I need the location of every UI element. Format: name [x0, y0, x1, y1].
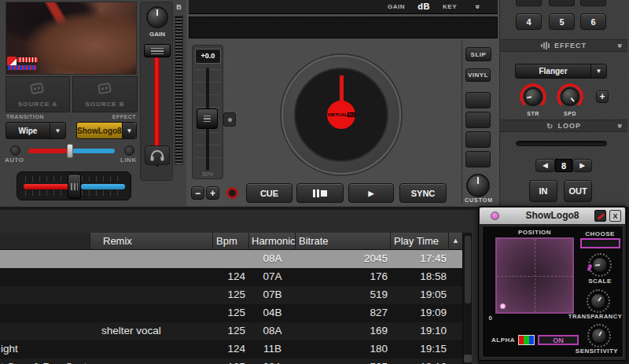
video-fade-track-right[interactable]	[70, 149, 115, 153]
play-button[interactable]: ▶	[348, 183, 394, 203]
column-header-playtime[interactable]: Play Time	[391, 233, 449, 249]
scrollbar-thumb[interactable]	[465, 236, 471, 303]
cell-bitrate: 176	[296, 268, 391, 286]
video-preview	[6, 2, 137, 75]
headphone-cue-button[interactable]	[145, 145, 170, 165]
track-row[interactable]: ight 124 11B 180 19:15	[0, 340, 462, 358]
track-row-selected[interactable]: 08A 2045 17:45	[0, 250, 462, 268]
loop-out-button[interactable]: OUT	[564, 180, 592, 202]
mixer-column: GAIN	[140, 2, 173, 181]
scale-knob[interactable]	[588, 253, 612, 277]
transparency-knob[interactable]	[587, 289, 610, 313]
pitch-reset-button[interactable]	[223, 112, 236, 127]
add-effect-button[interactable]: +	[596, 90, 609, 103]
column-header-bpm[interactable]: Bpm	[213, 233, 249, 249]
pad-button-partial[interactable]	[549, 0, 575, 6]
chevron-down-icon[interactable]: ▼	[50, 123, 65, 138]
choose-logo-box[interactable]	[580, 238, 620, 248]
pad-button-blank-2[interactable]	[465, 112, 491, 128]
video-fade-track-left[interactable]	[28, 149, 70, 153]
pad-button-6[interactable]: 6	[580, 13, 606, 30]
sensitivity-knob[interactable]	[587, 324, 611, 347]
zoom-minus-button[interactable]: −	[191, 186, 204, 200]
level-meter	[175, 16, 183, 165]
key-readout-label: KEY	[443, 3, 457, 10]
effect-wave-icon	[541, 42, 550, 50]
slip-button[interactable]: SLIP	[465, 47, 491, 61]
chevron-down-icon[interactable]: ▼	[590, 64, 606, 78]
track-row[interactable]: 125 04B 827 19:09	[0, 304, 462, 322]
alpha-rgb-swatch[interactable]	[518, 335, 535, 345]
position-dot[interactable]	[500, 303, 506, 309]
custom-knob[interactable]	[466, 174, 490, 197]
source-b-button[interactable]: SOURCE B	[72, 76, 138, 112]
loop-position-bar[interactable]	[516, 141, 607, 146]
collapse-chevron-icon[interactable]: »	[616, 43, 624, 49]
effect-speed-knob[interactable]	[557, 83, 583, 110]
jog-platter[interactable]: VIRTUALDJ	[294, 68, 388, 162]
pad-button-blank-3[interactable]	[465, 131, 491, 148]
link-toggle[interactable]	[124, 145, 134, 156]
vinyl-button[interactable]: VINYL	[465, 68, 491, 82]
plugin-titlebar[interactable]: ShowLogo8 X	[480, 208, 625, 224]
pad-button-4[interactable]: 4	[516, 13, 542, 30]
column-header-bitrate[interactable]: Bitrate	[296, 233, 391, 249]
pad-button-blank-1[interactable]	[465, 92, 491, 108]
transparency-label: TRANSPARANCY	[566, 313, 624, 320]
jog-wheel[interactable]: VIRTUALDJ	[281, 55, 401, 175]
chevron-down-icon[interactable]: ▼	[122, 123, 136, 138]
effect-section-header[interactable]: EFFECT »	[500, 39, 627, 52]
cell-bpm: 125	[213, 322, 249, 340]
transition-select[interactable]: Wipe ▼	[6, 122, 66, 139]
cell-title	[0, 304, 90, 322]
brand-dj: DJ	[348, 112, 355, 117]
crossfader-handle[interactable]	[68, 174, 81, 199]
column-header-title[interactable]	[0, 233, 90, 249]
sort-ascending-icon[interactable]: ▲	[449, 233, 462, 249]
auto-toggle[interactable]	[10, 145, 20, 156]
pad-button-blank-4[interactable]	[465, 151, 491, 167]
video-effect-select[interactable]: ShowLogo8 ▼	[76, 122, 137, 139]
cell-harmonic: 08A	[249, 250, 296, 268]
loop-in-button[interactable]: IN	[529, 180, 557, 202]
scrollbar-button[interactable]	[464, 355, 472, 362]
track-row[interactable]: 125 07B 519 19:05	[0, 286, 462, 304]
video-fade-handle[interactable]	[67, 144, 73, 158]
pin-icon[interactable]	[594, 210, 606, 222]
gain-knob[interactable]	[146, 6, 168, 28]
stutter-button[interactable]	[296, 183, 344, 203]
loop-section-header[interactable]: ↻ LOOP »	[500, 119, 627, 132]
volume-fader-handle[interactable]	[144, 44, 171, 57]
cell-playtime: 19:15	[391, 340, 449, 358]
plugin-on-button[interactable]: ON	[538, 335, 579, 345]
track-row[interactable]: shelter vocal 125 08A 169 19:10	[0, 322, 462, 340]
source-a-button[interactable]: SOURCE A	[6, 76, 70, 112]
pad-button-partial[interactable]	[580, 0, 606, 6]
track-row[interactable]: t Grey & Ron Costa 125 08A 505 19:16	[0, 358, 462, 364]
pitch-slider-handle[interactable]	[197, 108, 218, 129]
sync-button[interactable]: SYNC	[399, 183, 447, 203]
pad-button-5[interactable]: 5	[549, 13, 575, 30]
loop-half-button[interactable]: ◀	[535, 159, 555, 172]
effect-strength-knob[interactable]	[520, 83, 546, 110]
collapse-chevron-icon[interactable]: »	[474, 5, 483, 9]
pad-button-partial[interactable]	[516, 0, 542, 6]
track-row[interactable]: 124 07A 176 18:58	[0, 268, 462, 286]
crossfader[interactable]	[17, 171, 131, 200]
collapse-chevron-icon[interactable]: »	[616, 123, 624, 129]
cue-button[interactable]: CUE	[246, 183, 292, 203]
column-header-harmonic[interactable]: Harmonic	[249, 233, 296, 249]
alpha-label: ALPHA	[491, 336, 516, 344]
gain-label: GAIN	[141, 31, 174, 38]
showlogo8-plugin-window: ShowLogo8 X POSITION 0 CHOOSE LOGO SCALE…	[478, 206, 627, 361]
position-xy-pad[interactable]	[495, 237, 574, 314]
close-icon[interactable]: X	[609, 210, 621, 222]
loop-indicator[interactable]	[226, 187, 238, 199]
column-header-remix[interactable]: Remix	[90, 233, 213, 249]
loop-double-button[interactable]: ▶	[572, 159, 592, 172]
cell-bpm: 125	[213, 286, 249, 304]
effect-select[interactable]: Flanger ▼	[515, 64, 607, 79]
zoom-plus-button[interactable]: +	[206, 186, 219, 200]
browser-scrollbar[interactable]	[462, 233, 472, 364]
crossfader-bar-left	[24, 184, 69, 189]
